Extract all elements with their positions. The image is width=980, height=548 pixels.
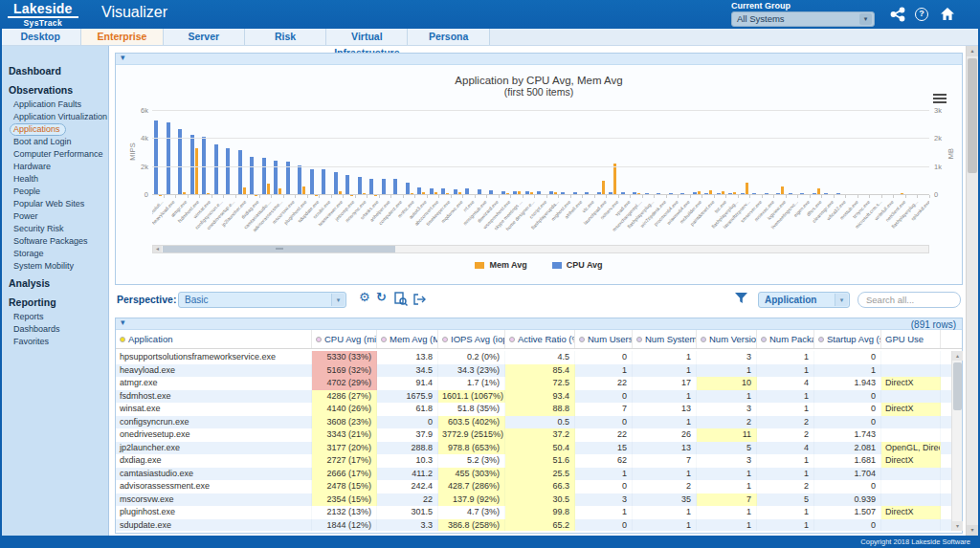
refresh-icon[interactable]: ↻ [376, 290, 387, 304]
table-row[interactable]: heavyload.exe5169 (32%)34.534.3 (23%)85.… [116, 364, 951, 378]
sidebar-item-hardware[interactable]: Hardware [2, 160, 108, 172]
scroll-up-icon[interactable]: ▴ [967, 46, 978, 56]
sidebar-section-analysis[interactable]: Analysis [2, 272, 108, 291]
column-header-iops-avg-iops-[interactable]: IOPS Avg (iops) [438, 330, 505, 348]
sidebar-item-boot-and-login[interactable]: Boot and Login [2, 135, 108, 147]
chart-horizontal-scrollbar[interactable]: ◂ [152, 245, 929, 253]
sidebar-section-dashboard[interactable]: Dashboard [2, 59, 108, 78]
help-icon[interactable]: ? [915, 8, 930, 23]
table-vertical-scrollbar[interactable]: ▴ ▾ [951, 351, 962, 531]
table-row[interactable]: fsdmhost.exe4286 (27%)1675.91601.1 (1067… [116, 390, 951, 404]
column-filter-dot-icon[interactable] [701, 337, 706, 342]
table-row[interactable]: pluginhost.exe2132 (13%)301.54.7 (3%)99.… [116, 506, 951, 519]
tab-enterprise[interactable]: Enterprise [81, 29, 163, 45]
column-filter-dot-icon[interactable] [818, 337, 824, 342]
export-icon[interactable] [412, 292, 427, 306]
tab-risk[interactable]: Risk [245, 29, 326, 45]
column-header-active-ratio-[interactable]: Active Ratio (%) [505, 330, 575, 348]
column-header-cpu-avg-mips-[interactable]: CPU Avg (mips)▴ [312, 330, 377, 348]
page-scrollbar-thumb[interactable] [968, 58, 977, 173]
scroll-down-icon[interactable]: ▾ [952, 521, 963, 531]
sidebar-item-reports[interactable]: Reports [2, 310, 108, 322]
table-row[interactable]: dxdiag.exe2727 (17%)10.35.2 (3%)51.66273… [116, 454, 951, 468]
table-row[interactable]: onedrivesetup.exe3343 (21%)37.93772.9 (2… [116, 428, 951, 442]
scroll-up-icon[interactable]: ▴ [952, 351, 963, 361]
bar-group [272, 111, 284, 195]
table-cell: 288.8 [377, 442, 438, 455]
column-filter-dot-icon[interactable] [579, 337, 585, 342]
home-icon[interactable] [940, 7, 955, 22]
table-row[interactable]: hpsupportsolutionsframeworkservice.exe53… [116, 351, 951, 364]
table-row[interactable]: winsat.exe4140 (26%)61.851.8 (35%)88.871… [116, 403, 951, 416]
share-icon[interactable] [890, 7, 905, 22]
page-scrollbar[interactable]: ▴ ▾ [966, 46, 978, 536]
column-filter-dot-icon[interactable] [381, 337, 387, 342]
column-filter-dot-icon[interactable] [509, 337, 515, 342]
column-header-num-packages[interactable]: Num Packages [757, 330, 814, 348]
sidebar-item-people[interactable]: People [2, 185, 108, 197]
legend-swatch [552, 262, 562, 269]
sidebar-item-health[interactable]: Health [2, 172, 108, 185]
sidebar-item-application-faults[interactable]: Application Faults [2, 98, 108, 110]
sidebar-item-applications[interactable]: Applications [2, 122, 108, 135]
column-filter-dot-icon[interactable] [316, 337, 322, 342]
chart-menu-icon[interactable] [933, 94, 947, 105]
bar-group [523, 111, 536, 195]
filter-funnel-icon[interactable] [735, 293, 747, 304]
settings-gear-icon[interactable]: ⚙ [359, 290, 370, 304]
bar-group [308, 111, 321, 195]
column-filter-dot-icon[interactable] [761, 337, 767, 342]
table-scrollbar-thumb[interactable] [953, 362, 962, 410]
column-header-mem-avg-mb-[interactable]: Mem Avg (MB) [377, 330, 438, 348]
table-row[interactable]: configsyncrun.exe3608 (23%)0603.5 (402%)… [116, 416, 951, 429]
column-header-num-users[interactable]: Num Users [575, 330, 633, 348]
sidebar-section-observations[interactable]: Observations [2, 78, 108, 98]
sidebar-item-favorites[interactable]: Favorites [2, 335, 108, 347]
table-cell: 0 [575, 416, 633, 429]
sidebar-item-system-mobility[interactable]: System Mobility [2, 259, 108, 272]
table-row[interactable]: camtasiastudio.exe2666 (17%)411.2455 (30… [116, 468, 951, 481]
sidebar-item-software-packages[interactable]: Software Packages [2, 234, 108, 247]
sidebar-item-power[interactable]: Power [2, 209, 108, 222]
collapse-table-icon[interactable]: ▾ [121, 318, 125, 327]
tab-server[interactable]: Server [164, 29, 245, 45]
scroll-left-icon[interactable]: ◂ [153, 246, 162, 252]
column-header-gpu-use[interactable]: GPU Use [881, 330, 941, 348]
legend-item-cpu-avg: CPU Avg [552, 260, 603, 270]
chart-scrollbar-thumb[interactable] [163, 246, 395, 252]
collapse-chart-icon[interactable]: ▾ [121, 53, 125, 62]
table-row[interactable]: atmgr.exe4702 (29%)91.41.7 (1%)72.522171… [116, 377, 951, 390]
tab-desktop[interactable]: Desktop [0, 29, 81, 45]
table-cell: 1 [697, 364, 757, 378]
tab-virtual-infrastructure[interactable]: Virtual Infrastructure [326, 29, 408, 45]
table-row[interactable]: jp2launcher.exe3177 (20%)288.8978.8 (653… [116, 442, 951, 455]
column-filter-dot-icon[interactable] [442, 337, 448, 342]
filter-column-select[interactable]: Application ▾ [758, 292, 850, 308]
scroll-down-icon[interactable]: ▾ [967, 525, 978, 536]
column-header-num-versions[interactable]: Num Versions [697, 330, 757, 348]
current-group-select[interactable]: All Systems ▾ [731, 11, 875, 27]
search-input[interactable] [858, 292, 961, 308]
sidebar-section-reporting[interactable]: Reporting [2, 291, 108, 310]
sidebar-item-storage[interactable]: Storage [2, 247, 108, 259]
column-header-startup-avg-sec-[interactable]: Startup Avg (sec) [814, 330, 881, 348]
table-row[interactable]: advisorassessment.exe2478 (15%)242.4428.… [116, 480, 951, 493]
column-header-num-systems[interactable]: Num Systems [633, 330, 697, 348]
top-header: Lakeside SysTrack Visualizer Current Gro… [0, 0, 980, 29]
table-row[interactable]: sdupdate.exe1844 (12%)3.3386.8 (258%)65.… [116, 519, 951, 532]
sidebar-item-application-virtualization[interactable]: Application Virtualization [2, 110, 108, 122]
sidebar-item-dashboards[interactable]: Dashboards [2, 322, 108, 335]
sidebar-item-computer-performance[interactable]: Computer Performance [2, 147, 108, 160]
perspective-select[interactable]: Basic ▾ [178, 292, 346, 308]
column-filter-dot-icon[interactable] [636, 337, 642, 342]
column-header-application[interactable]: Application [116, 330, 312, 348]
table-cell: 2 [757, 480, 814, 493]
preview-icon[interactable] [394, 292, 408, 306]
sidebar-item-popular-web-sites[interactable]: Popular Web Sites [2, 197, 108, 209]
cpu-avg-bar [250, 157, 254, 195]
sidebar-item-security-risk[interactable]: Security Risk [2, 222, 108, 234]
tab-persona[interactable]: Persona [408, 29, 489, 45]
bar-group [655, 111, 667, 195]
table-row[interactable]: mscorsvw.exe2354 (15%)22137.9 (92%)30.53… [116, 493, 951, 507]
column-filter-dot-icon[interactable] [120, 337, 125, 342]
